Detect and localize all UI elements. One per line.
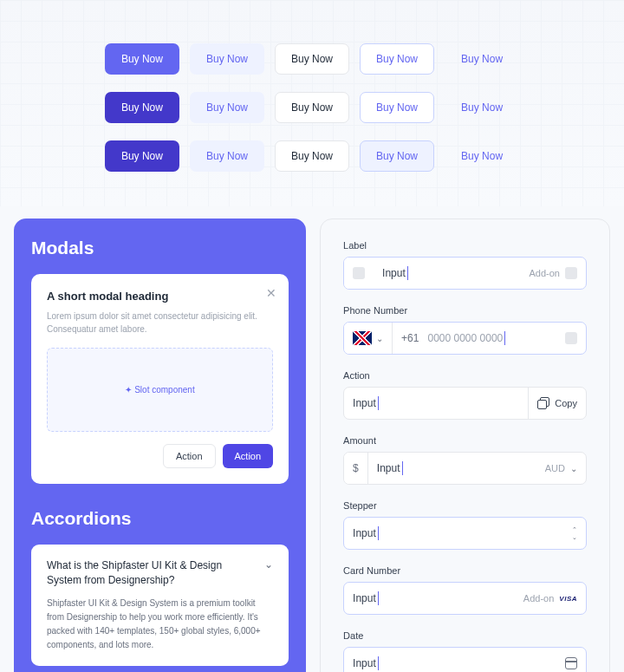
buy-now-button[interactable]: Buy Now [105, 92, 179, 123]
stepper-icon: ⌃⌄ [572, 526, 577, 540]
buy-now-button[interactable]: Buy Now [360, 43, 434, 75]
buy-now-button[interactable]: Buy Now [105, 140, 179, 172]
buy-now-button[interactable]: Buy Now [275, 43, 349, 75]
calendar-icon [565, 657, 577, 669]
accordion-question: What is the Shipfaster UI Kit & Design S… [47, 558, 264, 588]
chevron-down-icon: ⌄ [376, 334, 383, 343]
date-picker-button[interactable] [556, 648, 586, 672]
modal-heading: A short modal heading [47, 290, 273, 303]
stepper-label: Stepper [343, 500, 587, 511]
modal-primary-button[interactable]: Action [223, 444, 274, 468]
buy-now-button[interactable]: Buy Now [445, 92, 519, 123]
date-input[interactable]: Input [343, 647, 587, 672]
chevron-down-icon: ⌄ [570, 464, 577, 473]
button-row-3: Buy Now Buy Now Buy Now Buy Now Buy Now [105, 140, 519, 172]
currency-symbol: $ [353, 462, 359, 474]
buy-now-button[interactable]: Buy Now [360, 92, 434, 123]
buy-now-button[interactable]: Buy Now [190, 43, 264, 75]
button-row-2: Buy Now Buy Now Buy Now Buy Now Buy Now [105, 92, 519, 123]
action-label: Action [343, 370, 587, 381]
modal-description: Lorem ipsum dolor sit amet consectetur a… [47, 310, 273, 336]
buy-now-button[interactable]: Buy Now [445, 140, 519, 172]
currency-selector[interactable]: AUD⌄ [536, 453, 586, 484]
phone-label: Phone Number [343, 305, 587, 316]
label-input[interactable]: Input Add-on [343, 257, 587, 290]
button-row-1: Buy Now Buy Now Buy Now Buy Now Buy Now [105, 43, 519, 75]
prefix-box-icon [353, 267, 365, 279]
buy-now-button[interactable]: Buy Now [275, 140, 349, 172]
label-field-label: Label [343, 240, 587, 251]
amount-label: Amount [343, 435, 587, 446]
suffix-box-icon [565, 332, 577, 344]
copy-button[interactable]: Copy [528, 388, 586, 419]
buy-now-button[interactable]: Buy Now [275, 92, 349, 123]
modals-title: Modals [31, 238, 289, 258]
stepper-input[interactable]: Input ⌃⌄ [343, 517, 587, 550]
close-icon[interactable]: ✕ [266, 286, 276, 300]
accordions-title: Accordions [31, 508, 289, 529]
flag-au-icon [353, 331, 372, 345]
date-label: Date [343, 630, 587, 641]
action-input[interactable]: Input Copy [343, 387, 587, 420]
slot-component: ✦ Slot component [47, 348, 273, 432]
addon-text: Add-on [523, 593, 554, 603]
amount-input[interactable]: $ Input AUD⌄ [343, 452, 587, 485]
card-label: Card Number [343, 565, 587, 576]
visa-icon: VISA [559, 595, 577, 603]
chevron-down-icon: ⌄ [264, 558, 273, 571]
buttons-showcase: Buy Now Buy Now Buy Now Buy Now Buy Now … [0, 0, 624, 206]
modal-example: ✕ A short modal heading Lorem ipsum dolo… [31, 274, 289, 484]
buy-now-button[interactable]: Buy Now [190, 140, 264, 172]
country-selector[interactable]: ⌄ [344, 323, 393, 354]
accordion-answer: Shipfaster UI Kit & Design System is a p… [47, 597, 273, 652]
suffix-box-icon [565, 267, 577, 279]
stepper-controls[interactable]: ⌃⌄ [563, 518, 586, 549]
phone-input[interactable]: ⌄ +610000 0000 0000 [343, 322, 587, 355]
inputs-panel: Label Input Add-on Phone Number ⌄ +61000… [320, 219, 610, 672]
addon-text: Add-on [530, 268, 560, 278]
buy-now-button[interactable]: Buy Now [105, 43, 179, 75]
buy-now-button[interactable]: Buy Now [445, 43, 519, 75]
copy-icon [537, 397, 549, 409]
buy-now-button[interactable]: Buy Now [190, 92, 264, 123]
accordion-item[interactable]: What is the Shipfaster UI Kit & Design S… [31, 545, 289, 666]
modal-secondary-button[interactable]: Action [163, 444, 216, 468]
buy-now-button[interactable]: Buy Now [360, 140, 434, 172]
modals-accordions-panel: Modals ✕ A short modal heading Lorem ips… [14, 219, 306, 672]
card-input[interactable]: Input Add-onVISA [343, 582, 587, 615]
